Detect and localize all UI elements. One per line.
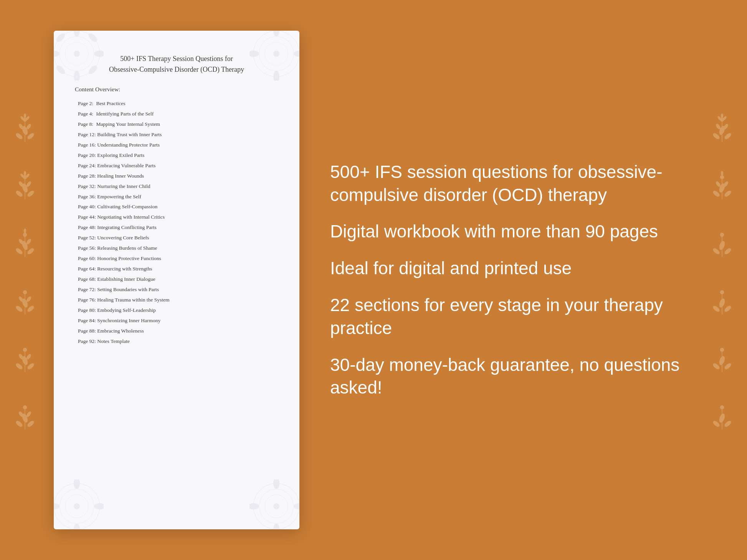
right-panel: 500+ IFS session questions for obsessive… (322, 161, 732, 399)
toc-page-num: Page 24: (78, 161, 96, 171)
toc-item: Page 56: Releasing Burdens of Shame (75, 244, 278, 253)
svg-point-60 (712, 190, 721, 198)
toc-title: Empowering the Self (96, 194, 141, 199)
svg-point-95 (87, 32, 99, 43)
svg-point-34 (23, 290, 27, 294)
svg-point-51 (724, 132, 732, 140)
content-overview-label: Content Overview: (75, 86, 278, 93)
svg-point-94 (55, 32, 66, 43)
toc-page-num: Page 76: (78, 295, 96, 305)
toc-title: Embracing Wholeness (96, 328, 144, 334)
toc-item: Page 12: Building Trust with Inner Parts (75, 130, 278, 140)
svg-point-86 (720, 405, 724, 409)
svg-point-102 (273, 31, 279, 36)
svg-point-114 (74, 503, 80, 509)
svg-point-50 (712, 132, 721, 140)
toc-item: Page 36: Empowering the Self (75, 192, 278, 202)
toc-page-num: Page 92: (78, 337, 96, 346)
svg-point-81 (720, 348, 724, 352)
toc-title: Notes Template (96, 338, 130, 344)
toc-page-num: Page 68: (78, 275, 96, 284)
watermark-bottom-left (54, 479, 104, 529)
toc-page-num: Page 44: (78, 212, 96, 222)
toc-title: Cultivating Self-Compassion (96, 204, 158, 209)
toc-page-num: Page 88: (78, 326, 96, 336)
doc-title-line2: Obsessive-Compulsive Disorder (OCD) Ther… (109, 66, 244, 73)
toc-page-num: Page 80: (78, 306, 96, 315)
toc-page-num: Page 28: (78, 171, 96, 181)
toc-page-num: Page 56: (78, 244, 96, 253)
toc-item: Page 72: Setting Boundaries with Parts (75, 285, 278, 295)
svg-point-7 (24, 114, 26, 118)
toc-item: Page 76: Healing Trauma within the Syste… (75, 295, 278, 305)
svg-point-117 (265, 495, 288, 518)
toc-title: Best Practices (95, 100, 125, 106)
toc-title: Honoring Protective Functions (96, 255, 161, 261)
svg-point-61 (724, 190, 732, 198)
toc-item: Page 60: Honoring Protective Functions (75, 254, 278, 264)
toc-item: Page 84: Synchronizing Inner Harmony (75, 316, 278, 326)
right-floral-border (701, 0, 743, 560)
svg-point-109 (65, 495, 88, 518)
toc-item: Page 40: Cultivating Self-Compassion (75, 202, 278, 212)
svg-point-121 (250, 503, 259, 509)
toc-page-num: Page 2: (78, 99, 95, 109)
toc-page-num: Page 36: (78, 192, 96, 202)
svg-point-37 (26, 362, 35, 371)
toc-title: Uncovering Core Beliefs (96, 235, 149, 240)
svg-point-90 (74, 31, 80, 36)
svg-point-120 (294, 503, 299, 509)
toc-title: Embracing Vulnerable Parts (96, 163, 155, 168)
svg-point-74 (724, 305, 732, 313)
svg-point-27 (24, 229, 26, 233)
toc-item: Page 2: Best Practices (75, 99, 278, 109)
toc-page-num: Page 8: (78, 120, 95, 129)
toc-item: Page 16: Understanding Protector Parts (75, 140, 278, 150)
toc-item: Page 24: Embracing Vulnerable Parts (75, 161, 278, 171)
svg-point-122 (273, 503, 279, 509)
svg-point-118 (273, 524, 279, 529)
toc-item: Page 88: Embracing Wholeness (75, 326, 278, 336)
toc-title: Understanding Protector Parts (96, 142, 160, 148)
svg-point-104 (294, 51, 299, 57)
svg-point-112 (54, 503, 59, 509)
svg-point-78 (712, 362, 721, 371)
main-layout: 500+ IFS Therapy Session Questions for O… (0, 0, 747, 560)
svg-point-113 (94, 503, 104, 509)
toc-page-num: Page 64: (78, 264, 96, 274)
svg-point-65 (720, 175, 724, 179)
toc-page-num: Page 4: (78, 109, 95, 119)
toc-item: Page 92: Notes Template (75, 337, 278, 346)
left-floral-svg (8, 107, 42, 453)
toc-item: Page 64: Resourcing with Strengths (75, 264, 278, 274)
toc-title: Nurturing the Inner Child (96, 183, 150, 189)
svg-point-11 (15, 190, 23, 198)
toc-item: Page 4: Identifying Parts of the Self (75, 109, 278, 119)
feature-text-2: Digital workbook with more than 90 pages (330, 220, 693, 243)
toc-list: Page 2: Best PracticesPage 4: Identifyin… (75, 99, 278, 346)
document-title: 500+ IFS Therapy Session Questions for O… (75, 54, 278, 75)
svg-point-76 (720, 290, 724, 294)
right-floral-svg (705, 107, 739, 453)
toc-item: Page 20: Exploring Exiled Parts (75, 151, 278, 160)
toc-item: Page 44: Negotiating with Internal Criti… (75, 212, 278, 222)
svg-point-56 (721, 114, 723, 118)
toc-page-num: Page 20: (78, 151, 96, 160)
left-floral-border (4, 0, 46, 560)
toc-item: Page 32: Nurturing the Inner Child (75, 182, 278, 191)
svg-point-22 (26, 247, 35, 255)
svg-point-84 (724, 420, 732, 428)
toc-title: Healing Trauma within the System (96, 297, 170, 303)
svg-point-17 (24, 171, 26, 176)
svg-point-92 (54, 51, 59, 57)
toc-item: Page 28: Healing Inner Wounds (75, 171, 278, 181)
svg-point-79 (724, 362, 732, 371)
toc-page-num: Page 16: (78, 140, 96, 150)
svg-point-96 (55, 64, 66, 76)
toc-page-num: Page 72: (78, 285, 96, 295)
toc-item: Page 52: Uncovering Core Beliefs (75, 233, 278, 243)
toc-item: Page 80: Embodying Self-Leadership (75, 306, 278, 315)
svg-point-41 (23, 348, 27, 352)
toc-title: Exploring Exiled Parts (96, 152, 144, 158)
toc-title: Healing Inner Wounds (96, 173, 144, 179)
